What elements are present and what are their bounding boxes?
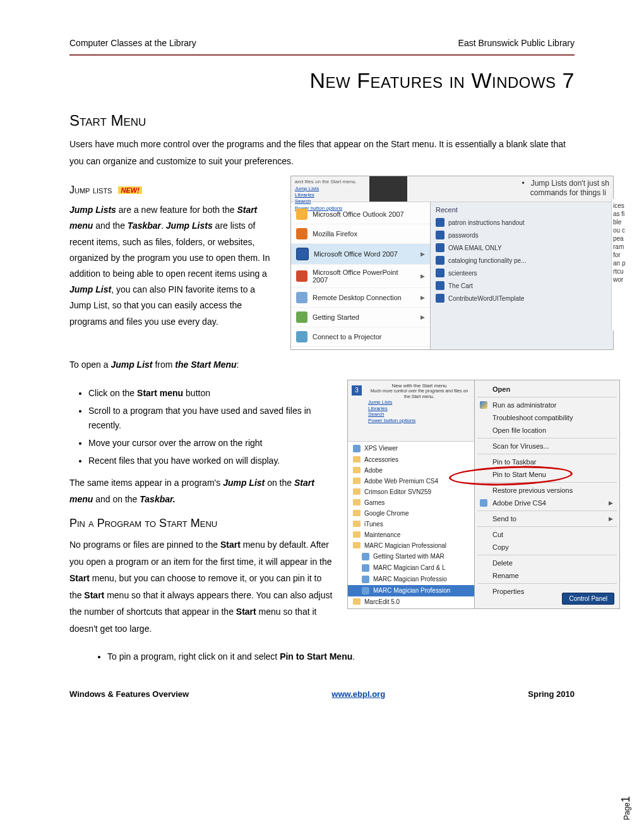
start-menu-item[interactable]: Getting Started ▶ <box>291 308 430 327</box>
context-menu[interactable]: OpenRun as administratorTroubleshoot com… <box>475 380 619 608</box>
program-icon <box>296 311 307 323</box>
context-menu-item[interactable]: Copy <box>475 541 619 553</box>
app-icon <box>362 553 369 560</box>
footer-link[interactable]: www.ebpl.org <box>331 689 385 699</box>
folder-icon <box>353 499 361 505</box>
program-label: Microsoft Office Outlook 2007 <box>313 210 404 218</box>
jump-list-item[interactable]: passwords <box>436 229 608 241</box>
menu-separator <box>477 397 617 397</box>
menu-separator <box>477 526 617 527</box>
all-programs-list: XPS ViewerAccessoriesAdobeAdobe Web Prem… <box>348 442 474 608</box>
folder-icon <box>353 510 361 516</box>
page-number: Page1 <box>619 796 633 820</box>
program-list-item[interactable]: Games <box>348 497 474 508</box>
context-menu-item[interactable]: Troubleshoot compatibility <box>475 411 619 424</box>
program-list-item[interactable]: Adobe <box>348 465 474 476</box>
document-icon <box>436 269 444 277</box>
page-footer: Windows & Features Overview www.ebpl.org… <box>69 689 575 699</box>
context-menu-item[interactable]: Scan for Viruses... <box>475 440 619 452</box>
start-menu-program-list: Microsoft Office Outlook 2007 Mozilla Fi… <box>291 202 430 349</box>
program-label: Connect to a Projector <box>313 333 381 341</box>
screenshot-jump-list: and files on the Start menu. Jump Lists … <box>290 176 614 350</box>
program-icon <box>296 208 307 220</box>
folder-icon <box>353 521 361 527</box>
pin-body: No programs or files are pinned to the S… <box>69 536 335 638</box>
jump-list-item[interactable]: patron instructions handout <box>436 216 608 229</box>
start-menu-item[interactable]: Microsoft Office Word 2007 ▶ <box>291 244 430 265</box>
pin-step-list: To pin a program, right click on it and … <box>101 650 575 663</box>
program-list-item[interactable]: MARC Magician Professio <box>348 574 474 585</box>
start-menu-item[interactable]: Mozilla Firefox <box>291 224 430 244</box>
program-list-item[interactable]: XPS Viewer <box>348 443 474 454</box>
jump-list-item[interactable]: scienteers <box>436 267 608 279</box>
context-menu-item[interactable]: Pin to Start Menu <box>475 468 619 481</box>
shot1-top-links: and files on the Start menu. Jump Lists … <box>295 179 357 199</box>
jump-list-item[interactable]: OWA EMAIL ONLY <box>436 241 608 254</box>
document-icon <box>436 281 444 290</box>
program-icon <box>296 292 307 303</box>
context-menu-item[interactable]: Open <box>475 383 619 396</box>
jump-lists-body: Jump Lists are a new feature for both th… <box>69 202 278 330</box>
program-list-item[interactable]: Accessories <box>348 454 474 465</box>
program-icon <box>296 331 307 342</box>
start-menu-item[interactable]: Microsoft Office PowerPoint 2007 ▶ <box>291 265 430 288</box>
document-icon <box>436 294 444 303</box>
context-menu-item[interactable]: Open file location <box>475 424 619 437</box>
section-start-menu-heading: Start Menu <box>69 112 575 130</box>
jump-list-steps: Click on the Start menu button Scroll to… <box>82 386 335 468</box>
program-list-item[interactable]: iTunes <box>348 519 474 529</box>
program-list-item[interactable]: Crimson Editor SVN259 <box>348 486 474 497</box>
context-menu-item[interactable]: Rename <box>475 569 619 582</box>
chevron-right-icon: ▶ <box>420 314 425 320</box>
context-menu-item[interactable]: Send to▶ <box>475 512 619 525</box>
program-list-item[interactable]: MARC Magician Professional <box>348 540 474 551</box>
context-menu-item[interactable]: Restore previous versions <box>475 484 619 497</box>
jump-lists-heading: Jump lists NEW! <box>69 184 278 196</box>
folder-icon <box>353 531 361 538</box>
program-list-item[interactable]: Getting Started with MAR <box>348 551 474 562</box>
app-icon <box>362 564 369 572</box>
jump-list-item[interactable]: The Cart <box>436 279 608 292</box>
chevron-right-icon: ▶ <box>420 251 425 257</box>
document-icon <box>436 231 444 239</box>
program-list-item[interactable]: Google Chrome <box>348 508 474 519</box>
document-icon <box>436 256 444 265</box>
start-menu-item[interactable]: Microsoft Office Outlook 2007 <box>291 205 430 224</box>
app-icon <box>353 445 361 452</box>
start-menu-item[interactable]: Connect to a Projector <box>291 327 430 347</box>
footer-left: Windows & Features Overview <box>69 689 189 699</box>
jump-list-item[interactable]: ContributeWordUITemplate <box>436 292 608 305</box>
context-menu-item[interactable]: Cut <box>475 528 619 541</box>
start-menu-body: Users have much more control over the pr… <box>69 136 575 169</box>
context-menu-item[interactable]: Adobe Drive CS4▶ <box>475 497 619 509</box>
program-list-item[interactable]: MARC Magician Profession <box>348 585 474 596</box>
folder-icon <box>353 542 361 548</box>
start-menu-item[interactable]: Remote Desktop Connection ▶ <box>291 288 430 308</box>
context-menu-item[interactable]: Delete <box>475 557 619 569</box>
header-right: East Brunswick Public Library <box>458 38 575 48</box>
folder-icon <box>353 488 361 495</box>
chevron-right-icon: ▶ <box>609 500 613 506</box>
document-title: New Features in Windows 7 <box>69 68 575 93</box>
program-label: Getting Started <box>313 313 359 321</box>
shot1-callout: • Jump Lists don't just sh commands for … <box>522 179 609 199</box>
program-list-item[interactable]: MARC Magician Card & L <box>348 562 474 574</box>
folder-icon <box>353 478 361 484</box>
context-menu-item[interactable]: Run as administrator <box>475 399 619 411</box>
program-list-item[interactable]: MarcEdit 5.0 <box>348 596 474 607</box>
new-badge: NEW! <box>118 186 141 194</box>
footer-right: Spring 2010 <box>528 689 575 699</box>
menu-separator <box>477 438 617 438</box>
folder-icon <box>353 467 361 473</box>
menu-separator <box>477 555 617 555</box>
context-menu-item[interactable]: Pin to Taskbar <box>475 456 619 468</box>
program-list-item[interactable]: Adobe Web Premium CS4 <box>348 476 474 486</box>
folder-icon <box>353 598 361 605</box>
program-list-item[interactable]: Maintenance <box>348 529 474 540</box>
control-panel-button[interactable]: Control Panel <box>562 593 614 605</box>
program-label: Microsoft Office PowerPoint 2007 <box>313 269 415 284</box>
app-icon <box>362 576 369 583</box>
shot1-edge-text: icesas fibleou cpearamforan prtcuwor <box>611 199 644 330</box>
jump-list-item[interactable]: cataloging functionality pe... <box>436 254 608 267</box>
app-icon <box>480 499 487 507</box>
